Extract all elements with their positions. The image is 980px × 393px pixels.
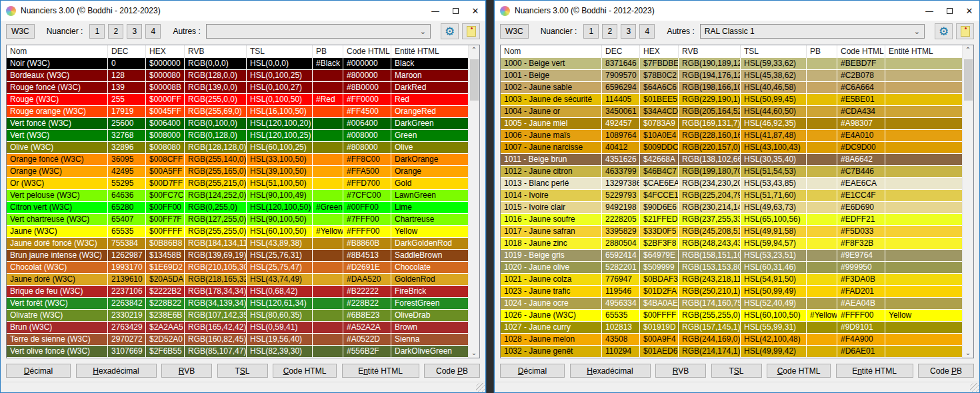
color-row[interactable]: Orange foncé (W3C)36095$008CFFRGB(255,14… [7, 154, 468, 166]
minimize-button[interactable]: — [425, 1, 445, 20]
column-header[interactable]: DEC [602, 45, 640, 58]
color-row[interactable]: Vert olive foncé (W3C)3107669$2F6B55RGB(… [7, 346, 468, 358]
code-pb-button[interactable]: Code PB [424, 364, 480, 378]
column-header[interactable]: DEC [108, 45, 146, 58]
column-header[interactable]: TSL [741, 45, 807, 58]
color-row[interactable]: 1016 - Jaune soufre2228205$21FFEDRGB(237… [501, 214, 962, 226]
scrollbar[interactable]: ⌃ ⌄ [468, 45, 479, 358]
color-row[interactable]: 1004 - Jaune or3450061$34A4CDRGB(205,164… [501, 106, 962, 118]
column-header[interactable]: RVB [679, 45, 741, 58]
color-row[interactable]: 1026 - Jaune (W3C)65535$00FFFFRGB(255,25… [501, 310, 962, 322]
nuancier-button-4[interactable]: 4 [639, 24, 655, 39]
maximize-button[interactable] [939, 1, 959, 20]
color-row[interactable]: Jaune doré (W3C)2139610$20A5DARGB(218,16… [7, 274, 468, 286]
notes-button[interactable] [956, 23, 974, 39]
color-row[interactable]: Jaune (W3C)65535$00FFFFRGB(255,255,0)HSL… [7, 226, 468, 238]
color-row[interactable]: Vert foncé (W3C)25600$006400RGB(0,100,0)… [7, 118, 468, 130]
close-button[interactable]: ✕ [959, 1, 979, 20]
column-header[interactable]: Nom [7, 45, 108, 58]
column-header[interactable]: Entité HTML [885, 45, 962, 58]
nuancier-button-1[interactable]: 1 [583, 24, 599, 39]
color-row[interactable]: Bordeaux (W3C)128$000080RGB(128,0,0)HSL(… [7, 70, 468, 82]
column-header[interactable]: RVB [185, 45, 247, 58]
entite-html-button[interactable]: Entité HTML [836, 364, 913, 378]
color-row[interactable]: Brun (W3C)2763429$2A2AA5RGB(165,42,42)HS… [7, 322, 468, 334]
tsl-button[interactable]: TSL [217, 364, 268, 378]
code-pb-button[interactable]: Code PB [918, 364, 974, 378]
color-row[interactable]: Brun jaune intense (W3C)1262987$13458BRG… [7, 250, 468, 262]
color-row[interactable]: 1019 - Beige gris6592414$64979ERGB(158,1… [501, 250, 962, 262]
color-row[interactable]: Vert chartreuse (W3C)65407$00FF7FRGB(127… [7, 214, 468, 226]
color-row[interactable]: 1017 - Jaune safran3395829$33D0F5RGB(245… [501, 226, 962, 238]
autres-combobox[interactable]: ⌄ [206, 24, 431, 39]
color-row[interactable]: Or (W3C)55295$00D7FFRGB(255,215,0)HSL(51… [7, 178, 468, 190]
color-row[interactable]: 1000 - Beige vert8371646$7FBDBERGB(190,1… [501, 58, 962, 70]
scroll-down-button[interactable]: ⌄ [469, 347, 479, 358]
color-row[interactable]: 1014 - Ivoire5229793$4FCCE1RGB(225,204,7… [501, 190, 962, 202]
color-row[interactable]: 1005 - Jaune miel492457$0783A9RGB(169,13… [501, 118, 962, 130]
nuancier-button-3[interactable]: 3 [621, 24, 636, 39]
nuancier-button-2[interactable]: 2 [108, 24, 123, 39]
color-row[interactable]: 1012 - Jaune citron4633799$46B4C7RGB(199… [501, 166, 962, 178]
settings-button[interactable]: ⚙ [935, 23, 953, 39]
color-row[interactable]: 1032 - Jaune genêt110294$01AED6RGB(214,1… [501, 346, 962, 358]
color-row[interactable]: 1018 - Jaune zinc2880504$2BF3F8RGB(248,2… [501, 238, 962, 250]
decimal-button[interactable]: Décimal [500, 364, 565, 378]
notes-button[interactable] [462, 23, 480, 39]
color-row[interactable]: Brique de feu (W3C)2237106$2222B2RGB(178… [7, 286, 468, 298]
column-header[interactable]: Code HTML [837, 45, 885, 58]
color-row[interactable]: Chocolat (W3C)1993170$1E69D2RGB(210,105,… [7, 262, 468, 274]
scroll-up-button[interactable]: ⌃ [963, 45, 973, 56]
color-row[interactable]: Citron vert (W3C)65280$00FF00RGB(0,255,0… [7, 202, 468, 214]
rvb-button[interactable]: RVB [161, 364, 212, 378]
column-header[interactable]: HEX [640, 45, 679, 58]
color-row[interactable]: Olivatre (W3C)2330219$238E6BRGB(107,142,… [7, 310, 468, 322]
column-header[interactable]: Entité HTML [391, 45, 468, 58]
autres-combobox[interactable]: RAL Classic 1 ⌄ [700, 24, 925, 39]
color-row[interactable]: 1015 - Ivoire clair9492198$90D6E6RGB(230… [501, 202, 962, 214]
color-row[interactable]: Vert pelouse (W3C)64636$00FC7CRGB(124,25… [7, 190, 468, 202]
nuancier-button-3[interactable]: 3 [127, 24, 142, 39]
nuancier-button-4[interactable]: 4 [145, 24, 161, 39]
code-html-button[interactable]: Code HTML [273, 364, 337, 378]
color-row[interactable]: Rouge (W3C)255$0000FFRGB(255,0,0)HSL(0,1… [7, 94, 468, 106]
tsl-button[interactable]: TSL [711, 364, 762, 378]
scrollbar[interactable]: ⌃ ⌄ [962, 45, 973, 358]
column-header[interactable]: PB [313, 45, 343, 58]
color-row[interactable]: Rouge orange (W3C)17919$0045FFRGB(255,69… [7, 106, 468, 118]
settings-button[interactable]: ⚙ [441, 23, 459, 39]
color-row[interactable]: 1021 - Jaune colza776947$0BDAF3RGB(243,2… [501, 274, 962, 286]
code-html-button[interactable]: Code HTML [767, 364, 831, 378]
color-row[interactable]: 1001 - Beige7909570$78B0C2RGB(194,176,12… [501, 70, 962, 82]
color-row[interactable]: 1024 - Jaune ocre4956334$4BA0AERGB(174,1… [501, 298, 962, 310]
color-row[interactable]: 1002 - Jaune sable6596294$64A6C6RGB(198,… [501, 82, 962, 94]
color-row[interactable]: 1020 - Jaune olive5282201$509999RGB(153,… [501, 262, 962, 274]
rvb-button[interactable]: RVB [655, 364, 706, 378]
column-header[interactable]: Nom [501, 45, 602, 58]
color-row[interactable]: Vert (W3C)32768$008000RGB(0,128,0)HSL(12… [7, 130, 468, 142]
color-row[interactable]: 1003 - Jaune de sécurité114405$01BEE5RGB… [501, 94, 962, 106]
maximize-button[interactable] [445, 1, 465, 20]
hexadecimal-button[interactable]: Hexadécimal [76, 364, 157, 378]
color-row[interactable]: Olive (W3C)32896$008080RGB(128,128,0)HSL… [7, 142, 468, 154]
color-row[interactable]: 1011 - Beige brun4351626$42668ARGB(138,1… [501, 154, 962, 166]
color-row[interactable]: Rouge foncé (W3C)139$00008BRGB(139,0,0)H… [7, 82, 468, 94]
entite-html-button[interactable]: Entité HTML [342, 364, 419, 378]
resize-grip[interactable] [476, 383, 485, 392]
decimal-button[interactable]: Décimal [6, 364, 71, 378]
resize-grip[interactable] [970, 383, 979, 392]
color-row[interactable]: 1027 - Jaune curry102813$01919DRGB(157,1… [501, 322, 962, 334]
scroll-thumb[interactable] [470, 59, 479, 101]
nuancier-button-1[interactable]: 1 [89, 24, 105, 39]
color-row[interactable]: Noir (W3C)0$000000RGB(0,0,0)HSL(0,0,0)#B… [7, 58, 468, 70]
minimize-button[interactable]: — [919, 1, 939, 20]
color-row[interactable]: 1006 - Jaune maïs1089764$10A0E4RGB(228,1… [501, 130, 962, 142]
column-header[interactable]: PB [807, 45, 837, 58]
color-row[interactable]: Jaune doré foncé (W3C)755384$0B86B8RGB(1… [7, 238, 468, 250]
color-row[interactable]: 1028 - Jaune melon43508$00A9F4RGB(244,16… [501, 334, 962, 346]
column-header[interactable]: TSL [247, 45, 313, 58]
nuancier-button-2[interactable]: 2 [602, 24, 617, 39]
column-header[interactable]: HEX [146, 45, 185, 58]
color-row[interactable]: Orange (W3C)42495$00A5FFRGB(255,165,0)HS… [7, 166, 468, 178]
scroll-down-button[interactable]: ⌄ [963, 347, 973, 358]
